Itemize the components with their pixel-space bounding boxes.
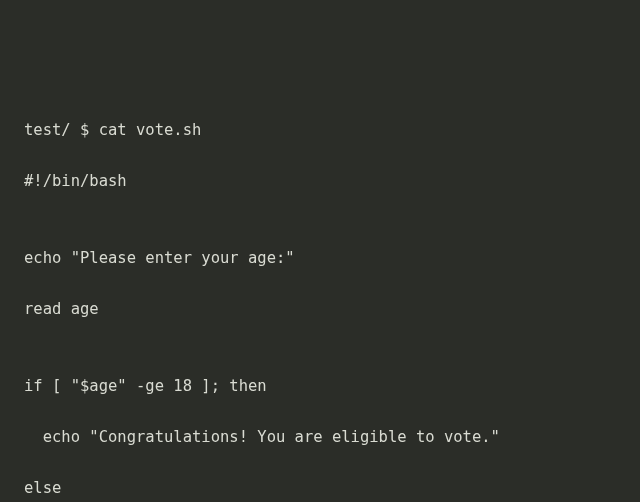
terminal-line: #!/bin/bash bbox=[24, 169, 616, 195]
terminal-line: else bbox=[24, 476, 616, 502]
terminal-line: test/ $ cat vote.sh bbox=[24, 118, 616, 144]
terminal-line: read age bbox=[24, 297, 616, 323]
terminal-line: echo "Congratulations! You are eligible … bbox=[24, 425, 616, 451]
terminal-line: if [ "$age" -ge 18 ]; then bbox=[24, 374, 616, 400]
terminal-line: echo "Please enter your age:" bbox=[24, 246, 616, 272]
